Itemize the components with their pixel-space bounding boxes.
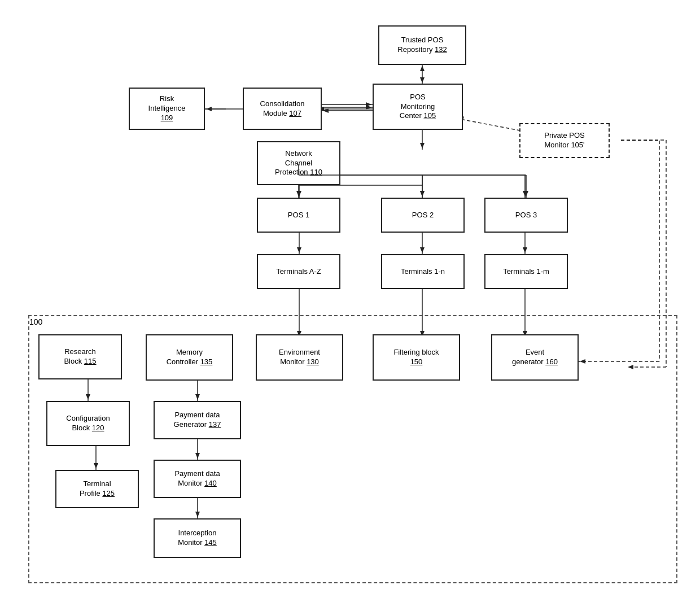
consolidation-num: 107 [289, 109, 301, 117]
trusted-pos-box: Trusted POSRepository 132 [378, 25, 466, 65]
terminals-1m-label: Terminals 1-m [503, 267, 549, 277]
payment-monitor-box: Payment dataMonitor 140 [154, 460, 241, 498]
svg-marker-58 [296, 191, 301, 197]
event-generator-box: Eventgenerator 160 [491, 334, 579, 381]
risk-intelligence-box: RiskIntelligence109 [129, 88, 205, 130]
terminal-profile-num: 125 [102, 489, 115, 497]
terminals-1n-box: Terminals 1-n [381, 254, 465, 289]
payment-generator-box: Payment dataGenerator 137 [154, 401, 241, 439]
pos1-label: POS 1 [288, 211, 309, 220]
memory-controller-box: MemoryController 135 [146, 334, 233, 381]
memory-controller-label: MemoryController 135 [167, 348, 213, 367]
pos-monitoring-box: POSMonitoringCenter 105 [373, 84, 463, 130]
filtering-block-label: Filtering block150 [393, 348, 439, 367]
filtering-block-num: 150 [410, 357, 423, 366]
svg-marker-11 [297, 191, 301, 197]
svg-marker-9 [420, 143, 425, 149]
network-channel-box: NetworkChannelProtection 110 [257, 141, 340, 185]
trusted-pos-label: Trusted POSRepository 132 [397, 36, 447, 55]
svg-marker-40 [366, 102, 371, 107]
svg-marker-17 [523, 191, 527, 197]
filtering-block-box: Filtering block150 [373, 334, 460, 381]
consolidation-label: ConsolidationModule 107 [260, 99, 305, 119]
svg-marker-21 [420, 247, 425, 253]
svg-marker-54 [323, 108, 329, 113]
terminal-profile-box: TerminalProfile 125 [55, 470, 139, 508]
environment-monitor-label: EnvironmentMonitor 130 [279, 348, 320, 367]
trusted-pos-num: 132 [435, 45, 447, 54]
risk-intelligence-label: RiskIntelligence109 [148, 94, 186, 123]
pos3-label: POS 3 [515, 211, 537, 220]
terminals-az-label: Terminals A-Z [276, 267, 321, 277]
svg-marker-62 [420, 191, 425, 197]
research-block-box: ResearchBlock 115 [38, 334, 122, 379]
pos-monitoring-num: 105 [423, 111, 436, 120]
research-block-label: ResearchBlock 115 [64, 347, 96, 366]
svg-marker-72 [420, 77, 425, 83]
pos2-box: POS 2 [381, 198, 465, 233]
terminals-1m-box: Terminals 1-m [484, 254, 568, 289]
research-block-num: 115 [84, 357, 97, 365]
terminal-profile-label: TerminalProfile 125 [80, 479, 115, 499]
environment-monitor-box: EnvironmentMonitor 130 [256, 334, 343, 381]
system-label-100: 100 [29, 317, 42, 326]
interception-monitor-label: InterceptionMonitor 145 [178, 529, 217, 548]
pos1-box: POS 1 [257, 198, 340, 233]
config-block-box: ConfigurationBlock 120 [46, 401, 130, 446]
interception-monitor-num: 145 [204, 538, 217, 547]
risk-intelligence-num: 109 [161, 114, 173, 122]
payment-monitor-num: 140 [204, 479, 217, 487]
event-generator-num: 160 [545, 357, 558, 366]
diagram: 100 Trusted POSRepository 132 POSMonitor… [0, 0, 700, 598]
svg-marker-71 [420, 66, 425, 71]
outer-system-box [28, 315, 677, 583]
svg-marker-19 [297, 247, 301, 253]
network-channel-num: 110 [310, 168, 322, 176]
svg-marker-14 [420, 191, 425, 197]
interception-monitor-box: InterceptionMonitor 145 [154, 518, 241, 558]
private-pos-label: Private POSMonitor 105' [544, 131, 585, 150]
terminals-1n-label: Terminals 1-n [401, 267, 445, 277]
config-block-num: 120 [92, 424, 104, 432]
payment-generator-num: 137 [209, 420, 221, 429]
svg-marker-23 [523, 247, 527, 253]
config-block-label: ConfigurationBlock 120 [66, 414, 110, 433]
environment-monitor-num: 130 [307, 357, 319, 366]
consolidation-box: ConsolidationModule 107 [243, 88, 322, 130]
network-channel-label: NetworkChannelProtection 110 [275, 149, 322, 178]
svg-marker-56 [206, 107, 212, 111]
payment-monitor-label: Payment dataMonitor 140 [174, 469, 220, 488]
private-pos-box: Private POSMonitor 105' [519, 123, 610, 158]
terminals-az-box: Terminals A-Z [257, 254, 340, 289]
svg-marker-52 [366, 105, 371, 110]
event-generator-label: Eventgenerator 160 [512, 348, 558, 367]
pos-monitoring-label: POSMonitoringCenter 105 [400, 93, 436, 121]
memory-controller-num: 135 [200, 357, 213, 366]
pos3-box: POS 3 [484, 198, 568, 233]
payment-generator-label: Payment dataGenerator 137 [174, 411, 221, 430]
pos2-label: POS 2 [412, 211, 434, 220]
svg-marker-65 [524, 191, 528, 197]
